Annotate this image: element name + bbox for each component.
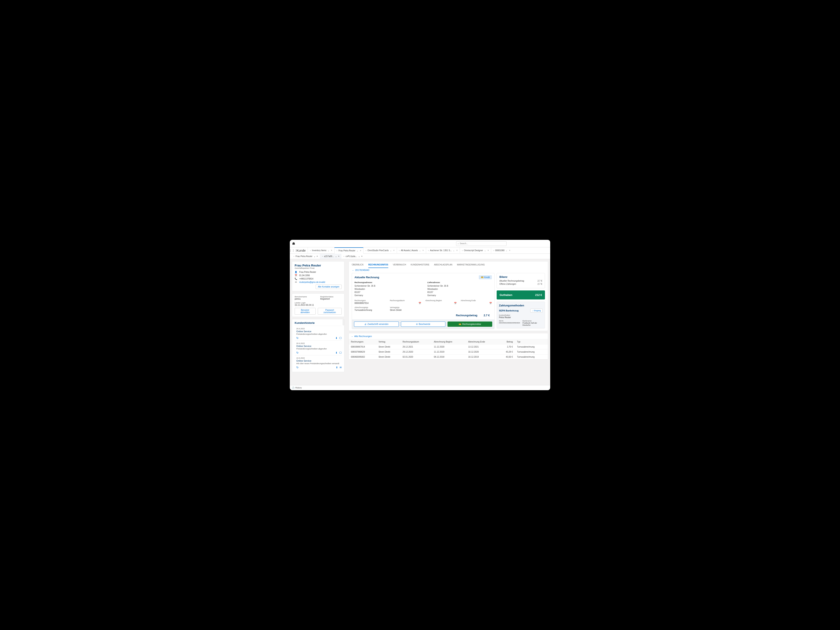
download-icon[interactable]: ⬇ — [335, 336, 338, 339]
nav-tab[interactable]: ▫Inventory Items⌄× — [308, 247, 334, 254]
refresh-icon[interactable]: ↻ — [296, 336, 298, 339]
close-icon[interactable]: × — [331, 249, 332, 251]
content-tab[interactable]: RECHNUNGSINFOS — [368, 264, 388, 268]
table-header: Rechnungsnr. — [349, 339, 376, 344]
download-icon: ↓ — [532, 309, 533, 312]
content-tab[interactable]: MARKETINGEINWILLIGUNG — [457, 264, 485, 268]
eingang-button[interactable]: ↓Eingang — [530, 309, 543, 313]
scrollbar[interactable] — [343, 319, 344, 325]
bilanz-card: Bilanz Altueller Rechnungsbetrag2.7 € Of… — [497, 273, 545, 288]
lastlogin-value: 15.11.2013 06:24:11 — [295, 304, 342, 306]
footer: 🕐 History — [290, 385, 550, 390]
calendar-icon[interactable]: 📅 — [489, 302, 492, 304]
refresh-icon[interactable]: ↻ — [296, 351, 298, 354]
nav-tab[interactable]: ▫OmniStudio FlexCards⌄× — [363, 247, 397, 254]
total-value: 2.7 € — [484, 314, 490, 317]
history-item: 20.6.2022Online ServicePreisänderungssch… — [295, 326, 342, 340]
status-label: Registrierstatus — [320, 296, 342, 298]
main-content: ÜBERBLICKRECHNUNGSINFOSVERBRAUCHKUNDENHI… — [346, 259, 550, 385]
table-row[interactable]: 006937880629Strom Direkt29.12.202011.12.… — [349, 349, 548, 354]
close-icon[interactable]: × — [423, 249, 424, 251]
nav-tab[interactable]: ▫00001060⌄× — [491, 247, 513, 254]
ship-address: Schiersteiner Str. 35 BWiesbaden65187Ger… — [427, 284, 492, 297]
refresh-icon[interactable]: ↻ — [296, 366, 298, 369]
phone-icon: 📞 — [295, 278, 297, 280]
invoice-card: Aktuelle Rechnung 💳Kredit Rechnungsadres… — [352, 273, 494, 329]
table-header: Abrechnung Beginn — [432, 339, 466, 344]
content-tab[interactable]: ÜBERBLICK — [352, 264, 364, 268]
correction-button[interactable]: 💳Rechnungskorrektur — [447, 322, 492, 327]
account-link[interactable]: ⌄20178245043 — [352, 268, 545, 273]
download-icon[interactable]: ⬇ — [335, 351, 338, 354]
search-input[interactable]: ⌕ Search... — [456, 241, 507, 246]
customer-fullname: Frau Petra Reuter — [299, 271, 316, 273]
content-tab[interactable]: KUNDENHISTORIE — [411, 264, 429, 268]
nav-tab[interactable]: ▫All Assets | Assets⌄× — [397, 247, 426, 254]
calendar-icon[interactable]: 📅 — [454, 302, 456, 304]
tab-icon: ▫ — [322, 255, 323, 257]
nav-tab[interactable]: ▫Omniscript Designer⌄× — [460, 247, 491, 254]
footer-history[interactable]: History — [295, 387, 302, 389]
chevron-down-icon[interactable]: ⌄ — [453, 249, 455, 251]
chevron-down-icon[interactable]: ⌄ — [484, 249, 486, 251]
chevron-down-icon[interactable]: ⌄ — [357, 250, 358, 252]
table-row[interactable]: 006938867914Strom Direkt29.12.202111.12.… — [349, 344, 548, 349]
holder-label: Kontoinhaber — [499, 314, 543, 316]
all-contacts-button[interactable]: Alle Kontakte anzeigen — [316, 284, 342, 289]
chevron-down-icon: ⌄ — [351, 335, 353, 337]
chevron-down-icon[interactable]: ⌄ — [358, 255, 360, 257]
all-invoices-toggle[interactable]: ⌄Alle Rechnungen — [349, 333, 548, 339]
inv-date-label: Rechnungsdatum — [390, 300, 421, 302]
username-value: petreu — [295, 298, 316, 300]
bill-addr-label: Rechnungsadresse: — [354, 281, 419, 284]
customer-email[interactable]: reuterpetra@gmx.de.invalid — [299, 281, 325, 283]
content-tab[interactable]: VERBRAUCH — [393, 264, 406, 268]
sub-tab[interactable]: ▫a157a00...⌄× — [320, 254, 341, 259]
kredit-button[interactable]: 💳Kredit — [479, 275, 492, 279]
card-icon: 💳 — [481, 276, 483, 278]
complaint-button[interactable]: ⊘Beschwerde — [401, 322, 445, 327]
reset-password-button[interactable]: Passwort zurücksetzen — [318, 308, 342, 314]
chevron-down-icon[interactable]: ⌄ — [390, 249, 392, 251]
chevron-down-icon: ⌄ — [352, 269, 354, 271]
sub-tab[interactable]: ▫cvPLUpda...⌄× — [341, 254, 365, 259]
nav-title: Kunde — [297, 249, 308, 252]
screen-icon[interactable]: 🖵 — [339, 336, 342, 339]
nav-bar: ⋮⋮⋮ Kunde ▫Inventory Items⌄×▫Frau Petra … — [290, 247, 550, 254]
customer-name: Frau Petra Reuter — [295, 264, 342, 267]
upload-icon[interactable]: ⬆ — [336, 366, 338, 369]
chevron-down-icon[interactable]: ⌄ — [419, 249, 421, 251]
content-tab[interactable]: ABSCHLAGSPLAN — [434, 264, 452, 268]
close-icon[interactable]: × — [509, 249, 510, 251]
calendar-icon[interactable]: 📅 — [418, 302, 421, 304]
person-icon: 👤 — [295, 271, 297, 273]
close-icon[interactable]: × — [393, 249, 395, 251]
chevron-down-icon[interactable]: ⌄ — [328, 249, 329, 251]
right-column: Bilanz Altueller Rechnungsbetrag2.7 € Of… — [497, 273, 545, 328]
chevron-down-icon[interactable]: ⌄ — [506, 249, 507, 251]
chevron-down-icon[interactable]: ⌄ — [314, 255, 316, 257]
nav-tab[interactable]: ▫Frau Petra Reuter⌄× — [334, 247, 363, 254]
iban-value: DE64500100600209504604 — [499, 322, 520, 324]
mail-icon[interactable]: ✉ — [339, 366, 342, 369]
nav-tab[interactable]: ▫Aachener Str. 1351 S...⌄× — [426, 247, 460, 254]
close-icon[interactable]: × — [456, 249, 458, 251]
sub-tab[interactable]: ▫Frau Petra Reuter⌄× — [292, 254, 320, 259]
close-icon[interactable]: × — [361, 255, 362, 257]
send-copy-button[interactable]: 🖨Zweitschrift versenden — [354, 322, 399, 327]
inv-no-label: Rechnungsnr. — [354, 300, 386, 302]
status-value: Registriert — [320, 298, 342, 300]
close-icon[interactable]: × — [360, 249, 361, 252]
sub-tabs: ▫Frau Petra Reuter⌄×▫a157a00...⌄×▫cvPLUp… — [290, 254, 550, 259]
tab-icon: ▫ — [462, 249, 463, 251]
app-launcher-icon[interactable]: ⋮⋮⋮ — [290, 249, 297, 252]
close-icon[interactable]: × — [338, 255, 339, 257]
period-start-label: Abrechnung Beginn — [425, 300, 456, 302]
close-icon[interactable]: × — [317, 255, 318, 257]
close-icon[interactable]: × — [488, 249, 489, 251]
table-row[interactable]: 006860095002Strom Direkt02.01.202008.12.… — [349, 354, 548, 360]
tab-icon: ▫ — [310, 249, 311, 251]
screen-icon[interactable]: 🖵 — [339, 351, 342, 354]
logout-user-button[interactable]: Benutzer abmelden — [295, 308, 316, 314]
chevron-down-icon[interactable]: ⌄ — [335, 255, 337, 257]
